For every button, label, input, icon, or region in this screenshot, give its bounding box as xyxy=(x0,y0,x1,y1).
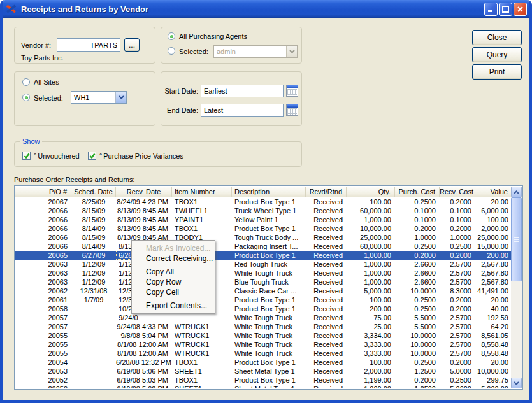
cell-sched[interactable] xyxy=(71,385,116,388)
cell-po[interactable]: 20066 xyxy=(15,215,71,224)
table-row[interactable]: 200631/12/091/12/0Red Tough TruckReceive… xyxy=(15,260,511,269)
cell-purch[interactable]: 0.2500 xyxy=(395,304,440,313)
cell-qty[interactable]: 1,000.00 xyxy=(347,269,395,278)
cell-item[interactable]: TBOX1 xyxy=(172,376,232,385)
cell-po[interactable]: 20066 xyxy=(15,242,71,251)
menu-item[interactable]: Mark As Invoiced... xyxy=(133,243,213,253)
cell-value[interactable]: 2,567.80 xyxy=(475,278,511,286)
cell-rcvd[interactable]: Received xyxy=(306,206,347,215)
cell-rcvd[interactable]: Received xyxy=(306,286,347,295)
cell-po[interactable]: 20057 xyxy=(15,322,71,331)
cell-rcvd[interactable]: Received xyxy=(306,331,347,340)
cell-rcost[interactable]: 2.5700 xyxy=(440,340,475,349)
cell-qty[interactable]: 100.00 xyxy=(347,197,395,206)
cell-po[interactable]: 20066 xyxy=(15,206,71,215)
cell-rcvd[interactable]: Received xyxy=(306,197,347,206)
cell-rcvd[interactable]: Received xyxy=(306,215,347,224)
table-row[interactable]: 200631/12/091/12/0White Tough TruckRecei… xyxy=(15,269,511,278)
cell-rcvd[interactable]: Received xyxy=(306,358,347,367)
cell-qty[interactable]: 60,000.00 xyxy=(347,242,395,251)
cell-rcvd[interactable]: Received xyxy=(306,313,347,322)
cell-purch[interactable]: 2.6600 xyxy=(395,260,440,269)
cell-qty[interactable]: 1,000.00 xyxy=(347,278,395,286)
cell-po[interactable]: 20055 xyxy=(15,340,71,349)
cell-sched[interactable]: 1/12/09 xyxy=(71,260,116,269)
cell-rcost[interactable]: 5.0000 xyxy=(440,367,475,376)
cell-qty[interactable]: 3,333.00 xyxy=(347,340,395,349)
table-row[interactable]: 200611/7/0912/31/Product Box Type 1Recei… xyxy=(15,295,511,304)
cell-sched[interactable]: 8/15/09 xyxy=(71,233,116,242)
cell-desc[interactable]: Product Box Type 1 xyxy=(232,197,306,206)
cell-purch[interactable]: 10.0000 xyxy=(395,331,440,340)
table-row[interactable]: 200546/20/08 12:32 PMTBOX1Product Box Ty… xyxy=(15,358,511,367)
cell-rcvd[interactable]: Received xyxy=(306,304,347,313)
cell-sched[interactable] xyxy=(71,367,116,376)
table-row[interactable]: 2005810/2/0Product Box Type 1Received200… xyxy=(15,304,511,313)
table-row[interactable]: 200678/25/098/24/09 4:23 PMTBOX1Product … xyxy=(15,197,511,206)
cell-sched[interactable] xyxy=(71,313,116,322)
cell-value[interactable]: 20.00 xyxy=(475,358,511,367)
scrollbar-thumb[interactable] xyxy=(511,197,522,281)
cell-po[interactable]: 20058 xyxy=(15,304,71,313)
cell-value[interactable]: 2,567.80 xyxy=(475,269,511,278)
cell-purch[interactable]: 2.6600 xyxy=(395,269,440,278)
cell-sched[interactable]: 12/31/08 xyxy=(71,286,116,295)
minimize-button[interactable] xyxy=(484,3,498,16)
cell-recv[interactable]: 6/19/08 5:03 PM xyxy=(116,376,172,385)
cell-purch[interactable]: 0.1000 xyxy=(395,206,440,215)
menu-item[interactable]: Copy Cell xyxy=(133,287,213,297)
cell-recv[interactable]: 8/1/08 12:00 AM xyxy=(116,340,172,349)
cell-qty[interactable]: 1,000.00 xyxy=(347,251,395,260)
cell-sched[interactable] xyxy=(71,358,116,367)
table-row[interactable]: 200559/8/08 5:04 PMWTRUCK1White Tough Tr… xyxy=(15,331,511,340)
cell-sched[interactable] xyxy=(71,376,116,385)
cell-desc[interactable]: White Tough Truck xyxy=(232,269,306,278)
cell-po[interactable]: 20054 xyxy=(15,358,71,367)
cell-po[interactable]: 20063 xyxy=(15,260,71,269)
cell-purch[interactable]: 10.0000 xyxy=(395,286,440,295)
cell-sched[interactable]: 8/14/09 xyxy=(71,224,116,233)
cell-qty[interactable]: 3,334.00 xyxy=(347,331,395,340)
cell-rcost[interactable]: 2.5700 xyxy=(440,322,475,331)
cell-purch[interactable]: 0.2500 xyxy=(395,242,440,251)
cell-qty[interactable]: 2,000.00 xyxy=(347,367,395,376)
maximize-button[interactable] xyxy=(499,3,512,16)
column-header-po[interactable]: P/O # xyxy=(15,187,71,197)
table-row[interactable]: 200536/19/08 5:06 PMSHEET1Sheet Metal Ty… xyxy=(15,367,511,376)
cell-po[interactable]: 20061 xyxy=(15,295,71,304)
end-date-calendar-icon[interactable] xyxy=(286,104,298,116)
cell-rcost[interactable]: 2.5700 xyxy=(440,331,475,340)
cell-rcvd[interactable]: Received xyxy=(306,295,347,304)
cell-item[interactable]: WTRUCK1 xyxy=(172,331,232,340)
cell-qty[interactable]: 25.00 xyxy=(347,322,395,331)
all-purchasing-agents-radio[interactable] xyxy=(168,32,175,40)
all-sites-radio[interactable] xyxy=(22,78,30,86)
cell-qty[interactable]: 1,000.00 xyxy=(347,215,395,224)
cell-desc[interactable]: Yellow Paint 1 xyxy=(232,215,306,224)
cell-rcvd[interactable]: Received xyxy=(306,385,347,388)
cell-rcvd[interactable]: Received xyxy=(306,233,347,242)
vertical-scrollbar[interactable] xyxy=(511,187,522,388)
cell-desc[interactable]: Red Tough Truck xyxy=(232,260,306,269)
cell-rcost[interactable]: 1.0000 xyxy=(440,233,475,242)
column-header-qty[interactable]: Qty. xyxy=(347,187,395,197)
cell-value[interactable]: 299.75 xyxy=(475,376,511,385)
cell-recv[interactable]: 8/13/09 8:45 AM xyxy=(116,224,172,233)
cell-recv[interactable]: 6/20/08 12:32 PM xyxy=(116,358,172,367)
cell-value[interactable]: 10,000.00 xyxy=(475,367,511,376)
unvouchered-checkbox[interactable] xyxy=(22,152,31,160)
cell-rcost[interactable]: 0.2000 xyxy=(440,251,475,260)
cell-sched[interactable] xyxy=(71,304,116,313)
cell-rcvd[interactable]: Received xyxy=(306,224,347,233)
table-row[interactable]: 200558/1/08 12:00 AMWTRUCK1White Tough T… xyxy=(15,349,511,358)
column-header-recv[interactable]: Recv. Date xyxy=(116,187,172,197)
site-combobox[interactable]: WH1 xyxy=(71,91,127,104)
cell-value[interactable]: 5,000.00 xyxy=(475,385,511,388)
cell-recv[interactable]: 8/1/08 12:00 AM xyxy=(116,349,172,358)
cell-value[interactable]: 8,558.48 xyxy=(475,349,511,358)
cell-po[interactable]: 20062 xyxy=(15,286,71,295)
cell-desc[interactable]: Product Box Type 1 xyxy=(232,295,306,304)
cell-item[interactable]: TBOX1 xyxy=(172,224,232,233)
cell-purch[interactable]: 10.0000 xyxy=(395,349,440,358)
cell-qty[interactable]: 1,000.00 xyxy=(347,385,395,388)
